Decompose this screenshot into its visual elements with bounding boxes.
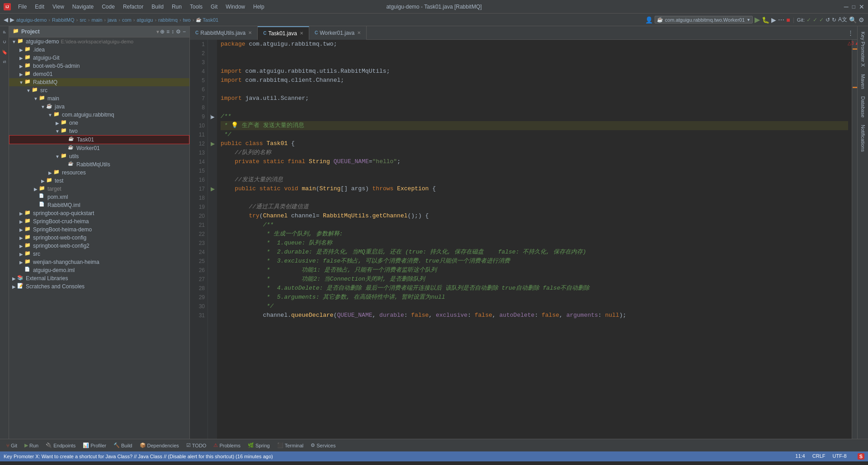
toolbar-build[interactable]: 🔨 Build	[111, 442, 135, 449]
tree-item-target[interactable]: ▶ 📁 target	[9, 185, 189, 193]
tree-item-atguigu-git[interactable]: ▶ 📁 atguigu-Git	[9, 54, 189, 62]
code-editor[interactable]: package com.atguigu.rabbitmq.two; import…	[217, 40, 852, 439]
tree-item-pom[interactable]: 📄 pom.xml	[9, 193, 189, 201]
tree-item-two[interactable]: ▼ 📁 two	[9, 127, 189, 135]
menu-git[interactable]: Git	[207, 3, 221, 11]
breadcrumb-java[interactable]: java	[108, 17, 117, 23]
tree-item-src2[interactable]: ▶ 📁 src	[9, 250, 189, 258]
run-marker-17[interactable]: ▶	[211, 186, 215, 192]
debug-button[interactable]: 🐛	[762, 16, 769, 23]
toolbar-spring[interactable]: 🌿 Spring	[245, 442, 273, 449]
git-redo[interactable]: ↻	[832, 17, 836, 23]
breadcrumb-root[interactable]: atguigu-demo	[16, 17, 47, 23]
maximize-button[interactable]: □	[852, 3, 855, 10]
toolbar-git[interactable]: ⑂ Git	[4, 442, 20, 449]
git-check3[interactable]: ✓	[819, 17, 824, 23]
back-button[interactable]: ◀	[4, 16, 8, 23]
tree-item-springboot-heima[interactable]: ▶ 📁 SpringBoot-heima-demo	[9, 225, 189, 234]
key-promoter-tab[interactable]: Key Promoter X	[859, 28, 867, 70]
close-button[interactable]: ✕	[859, 3, 864, 10]
tree-item-springboot-crud[interactable]: ▶ 📁 SpringBoot-crud-heima	[9, 217, 189, 225]
translate-button[interactable]: A文	[838, 16, 847, 23]
menu-navigate[interactable]: Navigate	[69, 3, 97, 11]
tree-item-scratches[interactable]: ▶ 📝 Scratches and Consoles	[9, 282, 189, 291]
menu-build[interactable]: Build	[148, 3, 167, 11]
run-button[interactable]: ▶	[755, 15, 760, 24]
toolbar-terminal[interactable]: ⬛ Terminal	[274, 442, 307, 449]
tree-item-demo-iml[interactable]: 📄 atguigu-demo.iml	[9, 266, 189, 274]
toolbar-problems[interactable]: ⚠ Problems	[211, 442, 243, 449]
toolbar-run[interactable]: ▶ Run	[22, 442, 41, 449]
more-run-button[interactable]: ⋯	[778, 16, 784, 23]
forward-button[interactable]: ▶	[10, 16, 14, 23]
git-check1[interactable]: ✓	[807, 17, 811, 23]
tree-item-src[interactable]: ▼ 📁 src	[9, 86, 189, 94]
breadcrumb-module[interactable]: RabbitMQ	[52, 17, 75, 23]
breadcrumb-file[interactable]: Task01	[203, 17, 218, 23]
breadcrumb-rabbitmq[interactable]: rabbitmq	[158, 17, 178, 23]
bookmark-icon[interactable]: 🔖	[0, 48, 9, 56]
stop-button[interactable]: ■	[786, 16, 790, 23]
commit-icon[interactable]: C	[0, 38, 9, 46]
tree-item-test[interactable]: ▶ 📁 test	[9, 177, 189, 185]
notifications-tab[interactable]: Notifications	[859, 121, 867, 155]
project-icon[interactable]: P	[0, 28, 9, 36]
tree-item-ext-libs[interactable]: ▶ 📚 External Libraries	[9, 274, 189, 282]
sort-button[interactable]: ↕	[171, 28, 174, 35]
tab-close-2[interactable]: ✕	[357, 30, 361, 35]
menu-code[interactable]: Code	[98, 3, 118, 11]
structure-icon[interactable]: S	[0, 58, 9, 66]
maven-tab[interactable]: Maven	[859, 70, 867, 93]
tree-item-idea[interactable]: ▶ 📁 .idea	[9, 46, 189, 54]
toolbar-profiler[interactable]: 📊 Profiler	[80, 442, 109, 449]
tree-item-springboot-aop[interactable]: ▶ 📁 springboot-aop-quickstart	[9, 209, 189, 217]
breadcrumb-two[interactable]: two	[183, 17, 191, 23]
tree-item-root[interactable]: ▼ 📁 atguigu-demo E:\idea-workspace\atgui…	[9, 38, 189, 46]
menu-run[interactable]: Run	[168, 3, 185, 11]
breadcrumb-atguigu[interactable]: atguigu	[137, 17, 153, 23]
menu-help[interactable]: Help	[250, 3, 268, 11]
minimize-button[interactable]: ─	[844, 3, 849, 10]
vcs-user-button[interactable]: 👤	[645, 16, 653, 23]
status-encoding[interactable]: UTF-8	[832, 453, 846, 460]
tab-close-0[interactable]: ✕	[248, 30, 252, 35]
menu-file[interactable]: File	[14, 3, 30, 11]
tree-item-resources[interactable]: ▶ 📁 resources	[9, 169, 189, 177]
git-check2[interactable]: ✓	[813, 17, 817, 23]
database-tab[interactable]: Database	[859, 93, 867, 121]
tree-item-boot-web[interactable]: ▶ 📁 boot-web-05-admin	[9, 62, 189, 70]
tab-close-1[interactable]: ✕	[300, 31, 303, 36]
toolbar-endpoints[interactable]: 🔌 Endpoints	[43, 442, 78, 449]
menu-tools[interactable]: Tools	[186, 3, 206, 11]
locate-file-button[interactable]: ⊕	[160, 28, 165, 35]
menu-edit[interactable]: Edit	[31, 3, 48, 11]
run-marker-12[interactable]: ▶	[211, 141, 215, 147]
toolbar-todo[interactable]: ☑ TODO	[184, 442, 209, 449]
tree-item-task01[interactable]: ☕ Task01	[9, 135, 189, 144]
run-config-selector[interactable]: ☕ com.atguigu.rabbitmq.two.Worker01 ▼	[655, 16, 753, 23]
git-undo[interactable]: ↺	[826, 17, 830, 23]
tab-task01[interactable]: C Task01.java ✕	[258, 26, 309, 40]
toolbar-dependencies[interactable]: 📦 Dependencies	[137, 442, 182, 449]
tree-item-springboot-web-config2[interactable]: ▶ 📁 springboot-web-config2	[9, 242, 189, 250]
tree-item-springboot-web-config[interactable]: ▶ 📁 springboot-web-config	[9, 234, 189, 242]
tree-item-wenjian[interactable]: ▶ 📁 wenjian-shangchuan-heima	[9, 258, 189, 266]
tree-item-com-atguigu[interactable]: ▼ 📁 com.atguigu.rabbitmq	[9, 111, 189, 119]
tree-item-worker01[interactable]: ☕ Worker01	[9, 144, 189, 152]
breadcrumb-src[interactable]: src	[80, 17, 86, 23]
menu-refactor[interactable]: Refactor	[119, 3, 147, 11]
tab-overflow-button[interactable]: ⋮	[844, 29, 857, 36]
settings-button[interactable]: ⚙	[859, 16, 864, 23]
status-line-sep[interactable]: CRLF	[812, 453, 826, 460]
tree-item-demo01[interactable]: ▶ 📁 demo01	[9, 70, 189, 78]
breadcrumb-main[interactable]: main	[92, 17, 103, 23]
tree-item-utils[interactable]: ▼ 📁 utils	[9, 152, 189, 160]
tree-item-rabbitmq[interactable]: ▼ 📁 RabbitMQ	[9, 78, 189, 86]
tree-item-iml[interactable]: 📄 RabbitMQ.iml	[9, 201, 189, 209]
tree-item-one[interactable]: ▶ 📁 one	[9, 119, 189, 127]
collapse-all-button[interactable]: ≡	[166, 28, 170, 35]
hide-panel-button[interactable]: −	[183, 28, 186, 35]
tree-item-rabbitmqutils[interactable]: ☕ RabbitMqUtils	[9, 160, 189, 169]
search-button[interactable]: 🔍	[849, 16, 857, 23]
run-coverage-button[interactable]: ▶	[771, 16, 776, 23]
